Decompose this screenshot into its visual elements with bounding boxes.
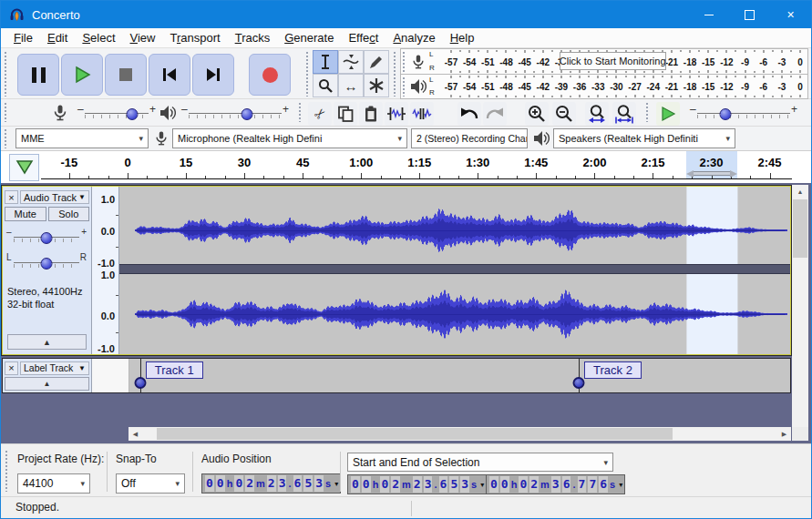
label-track-collapse-button[interactable]: ▲ <box>5 377 89 391</box>
play-at-speed-button[interactable] <box>656 102 680 126</box>
menu-analyze[interactable]: Analyze <box>385 29 442 46</box>
mute-button[interactable]: Mute <box>5 207 46 221</box>
label-drag-handle[interactable] <box>134 377 146 389</box>
selection-end-field[interactable]: 00h02m36.776s▾ <box>486 474 625 494</box>
selection-start-field[interactable]: 00h02m23.653s▾ <box>347 474 487 494</box>
pause-button[interactable] <box>17 54 59 96</box>
zoom-in-button[interactable] <box>525 102 549 126</box>
meter-toolbar-grip[interactable] <box>393 51 397 97</box>
time-field-dropdown-icon[interactable]: ▾ <box>619 481 622 489</box>
playback-meter-grip[interactable] <box>402 76 406 97</box>
audio-host-select[interactable]: MME▾ <box>15 128 149 148</box>
time-field-dropdown-icon[interactable]: ▾ <box>480 481 484 489</box>
multi-tool-button[interactable] <box>364 74 389 97</box>
label-text[interactable]: Track 2 <box>584 361 642 379</box>
pinned-play-head-button[interactable] <box>9 154 39 181</box>
recording-channels-select[interactable]: 2 (Stereo) Recording Channels▾ <box>411 128 528 148</box>
vertical-ruler[interactable]: 1.00.0-1.01.00.0-1.0 <box>92 187 119 354</box>
vertical-scrollbar[interactable]: ▲ ▼ <box>792 185 808 441</box>
playback-volume-slider[interactable]: – + <box>181 103 289 125</box>
selection-mode-select[interactable]: Start and End of Selection▾ <box>347 453 613 472</box>
play-speed-thumb[interactable] <box>719 108 731 120</box>
recording-volume-slider[interactable]: – + <box>77 103 156 125</box>
transport-toolbar-grip[interactable] <box>4 51 8 97</box>
playback-meter[interactable]: LR -57-54-51-48-45-42-39-36-33-30-27-24-… <box>400 74 808 99</box>
selection-resize-handle[interactable] <box>686 169 737 178</box>
recording-volume-thumb[interactable] <box>126 108 138 120</box>
recording-meter-grip[interactable] <box>402 51 406 72</box>
draw-tool-button[interactable] <box>364 50 389 74</box>
menu-generate[interactable]: Generate <box>277 29 341 46</box>
waveform-canvas[interactable] <box>119 187 790 354</box>
record-button[interactable] <box>249 54 291 96</box>
recording-meter-mic-button[interactable] <box>407 49 429 74</box>
close-button[interactable]: × <box>770 1 811 28</box>
label-track-content[interactable]: Track 1Track 2 <box>129 359 790 392</box>
scroll-left-button[interactable]: ◀ <box>128 427 142 441</box>
maximize-button[interactable] <box>729 1 770 28</box>
zoom-fit-button[interactable] <box>612 102 636 126</box>
silence-audio-button[interactable] <box>410 102 434 126</box>
pan-thumb[interactable] <box>41 258 53 270</box>
horizontal-scroll-thumb[interactable] <box>157 428 673 440</box>
paste-button[interactable] <box>359 102 383 126</box>
pan-slider[interactable]: L R <box>6 252 87 274</box>
skip-to-end-button[interactable] <box>192 54 234 96</box>
recording-device-select[interactable]: Microphone (Realtek High Defini▾ <box>172 128 407 148</box>
menu-view[interactable]: View <box>123 29 163 46</box>
menu-help[interactable]: Help <box>443 29 482 46</box>
mixer-toolbar-grip[interactable] <box>4 102 8 122</box>
cut-button[interactable]: ✂ <box>308 102 332 126</box>
project-rate-select[interactable]: 44100▾ <box>17 473 90 494</box>
play-button[interactable] <box>61 54 103 96</box>
label-track-close-button[interactable]: × <box>5 361 18 375</box>
menu-edit[interactable]: Edit <box>40 29 75 46</box>
audio-track-menu[interactable]: Audio Track ▼ <box>20 190 89 204</box>
playback-meter-speaker-button[interactable] <box>407 75 429 98</box>
edit-toolbar-grip[interactable] <box>298 102 303 122</box>
audio-position-field[interactable]: 00h02m23.653s▾ <box>201 473 341 494</box>
redo-button[interactable] <box>483 102 507 126</box>
menu-select[interactable]: Select <box>75 29 122 46</box>
gain-slider[interactable]: – + <box>6 227 87 249</box>
label-drag-handle[interactable] <box>573 377 585 389</box>
playback-volume-thumb[interactable] <box>242 108 253 120</box>
zoom-selection-button[interactable] <box>585 102 609 126</box>
menu-effect[interactable]: Effect <box>341 29 385 46</box>
tools-toolbar-grip[interactable] <box>305 51 310 97</box>
recording-meter[interactable]: LR Click to Start Monitoring -57-54-51-4… <box>400 48 808 75</box>
undo-button[interactable] <box>457 102 481 126</box>
play-at-speed-grip[interactable] <box>645 102 650 122</box>
scroll-right-button[interactable]: ▶ <box>777 427 791 441</box>
solo-button[interactable]: Solo <box>48 207 90 221</box>
timeline-ruler[interactable]: -1501530451:001:151:301:452:002:152:302:… <box>41 151 792 183</box>
horizontal-scroll-track[interactable] <box>142 427 777 441</box>
gain-thumb[interactable] <box>41 232 53 244</box>
monitor-overlay[interactable]: Click to Start Monitoring <box>560 52 666 70</box>
play-speed-slider[interactable]: – + <box>690 103 797 125</box>
time-shift-tool-button[interactable]: ↔ <box>338 74 364 97</box>
audio-track-close-button[interactable]: × <box>5 190 18 204</box>
scroll-up-button[interactable]: ▲ <box>792 185 808 198</box>
label-text[interactable]: Track 1 <box>146 361 203 379</box>
playback-device-select[interactable]: Speakers (Realtek High Definiti▾ <box>553 128 735 148</box>
snap-to-select[interactable]: Off▾ <box>116 473 185 494</box>
menu-tracks[interactable]: Tracks <box>228 29 278 46</box>
selection-toolbar-grip[interactable] <box>5 450 9 492</box>
menu-transport[interactable]: Transport <box>162 29 227 46</box>
trim-audio-button[interactable] <box>385 102 408 126</box>
envelope-tool-button[interactable] <box>338 50 364 74</box>
minimize-button[interactable] <box>688 1 729 28</box>
selection-tool-button[interactable] <box>313 50 338 74</box>
label-track-menu[interactable]: Label Track ▼ <box>20 361 89 375</box>
audio-track-collapse-button[interactable]: ▲ <box>7 334 87 350</box>
copy-button[interactable] <box>334 102 357 126</box>
zoom-out-button[interactable] <box>552 102 576 126</box>
horizontal-scrollbar[interactable]: ◀ ▶ <box>128 427 791 441</box>
time-field-dropdown-icon[interactable]: ▾ <box>334 480 338 488</box>
waveform-display[interactable] <box>119 187 790 354</box>
menu-file[interactable]: File <box>6 29 40 46</box>
device-toolbar-grip[interactable] <box>4 128 8 148</box>
zoom-tool-button[interactable] <box>313 74 338 97</box>
vertical-scroll-thumb[interactable] <box>793 199 807 258</box>
